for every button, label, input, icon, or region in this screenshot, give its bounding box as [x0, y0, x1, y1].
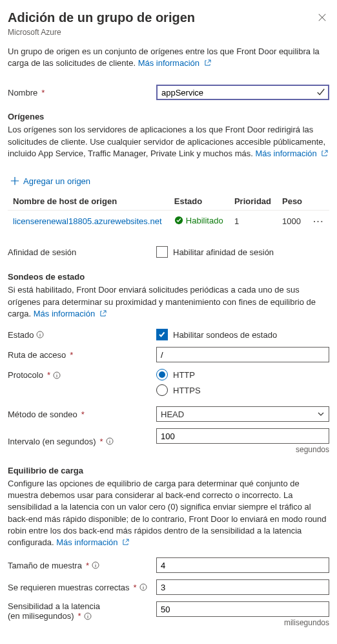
info-icon[interactable]: [36, 331, 44, 338]
sample-size-label: Tamaño de muestra*: [8, 561, 156, 570]
probe-method-label: Método de sondeo*: [8, 410, 156, 419]
lb-desc: Configure las opciones de equilibrio de …: [8, 478, 329, 548]
probes-heading: Sondeos de estado: [8, 272, 329, 282]
protocol-https-radio[interactable]: [156, 384, 168, 396]
add-origin-button[interactable]: Agregar un origen: [8, 172, 93, 190]
successful-samples-input[interactable]: [156, 579, 329, 595]
col-status: Estado: [169, 192, 229, 211]
col-weight: Peso: [277, 192, 308, 211]
origin-weight: 1000: [277, 210, 308, 232]
intro-link[interactable]: Más información: [138, 58, 211, 68]
close-icon[interactable]: [315, 10, 329, 26]
successful-samples-label: Se requieren muestras correctas*: [8, 583, 156, 592]
table-row: licenserenewal18805.azurewebsites.net Ha…: [8, 210, 329, 232]
info-icon[interactable]: [139, 583, 147, 591]
external-link-icon: [99, 310, 107, 317]
probe-method-select[interactable]: HEAD: [156, 406, 329, 422]
affinity-label: Afinidad de sesión: [8, 247, 156, 257]
probe-enable-label: Habilitar sondeos de estado: [173, 330, 277, 340]
origins-desc: Los orígenes son los servidores de aplic…: [8, 124, 329, 160]
probe-status-label: Estado: [8, 330, 156, 340]
origins-heading: Orígenes: [8, 112, 329, 121]
origin-priority: 1: [229, 210, 277, 232]
protocol-http-radio[interactable]: [156, 369, 168, 380]
origins-link[interactable]: Más información: [255, 149, 328, 158]
lb-link[interactable]: Más información: [56, 537, 129, 547]
col-priority: Prioridad: [229, 192, 277, 211]
origins-table: Nombre de host de origen Estado Priorida…: [8, 192, 329, 233]
latency-label: Sensibilidad a la latencia (en milisegun…: [8, 601, 156, 621]
affinity-checkbox[interactable]: [156, 246, 168, 258]
sample-size-input[interactable]: [156, 557, 329, 573]
affinity-check-label: Habilitar afinidad de sesión: [173, 247, 274, 257]
external-link-icon: [204, 59, 211, 67]
protocol-http-label: HTTP: [173, 370, 195, 380]
probe-path-input[interactable]: [156, 347, 329, 362]
status-enabled: Habilitado: [174, 216, 223, 225]
external-link-icon: [321, 150, 328, 157]
latency-input[interactable]: [156, 601, 329, 617]
info-icon[interactable]: [106, 437, 114, 445]
probe-interval-input[interactable]: [156, 428, 329, 444]
interval-unit: segundos: [156, 445, 329, 454]
info-icon[interactable]: [53, 371, 61, 379]
probe-enable-checkbox[interactable]: [156, 329, 168, 340]
name-input[interactable]: [156, 85, 329, 100]
latency-unit: milisegundos: [156, 618, 329, 627]
lb-heading: Equilibrio de carga: [8, 466, 329, 475]
probe-protocol-label: Protocolo*: [8, 369, 156, 380]
info-icon[interactable]: [84, 612, 92, 620]
check-circle-icon: [174, 216, 183, 225]
panel-title: Adición de un grupo de origen: [8, 10, 195, 25]
plus-icon: [10, 176, 19, 185]
panel-subtitle: Microsoft Azure: [8, 28, 329, 37]
chevron-down-icon: [317, 410, 325, 418]
origin-host-link[interactable]: licenserenewal18805.azurewebsites.net: [13, 216, 162, 226]
probe-interval-label: Intervalo (en segundos)*: [8, 437, 156, 446]
external-link-icon: [122, 539, 129, 546]
probe-path-label: Ruta de acceso*: [8, 350, 156, 360]
probes-desc: Si está habilitado, Front Door enviará s…: [8, 284, 329, 320]
col-host: Nombre de host de origen: [8, 192, 169, 211]
protocol-https-label: HTTPS: [173, 386, 201, 395]
row-more-button[interactable]: ···: [313, 216, 324, 226]
probes-link[interactable]: Más información: [34, 309, 107, 318]
info-icon[interactable]: [92, 561, 99, 569]
name-label: Nombre*: [8, 88, 156, 98]
intro-text: Un grupo de origen es un conjunto de orí…: [8, 46, 329, 69]
